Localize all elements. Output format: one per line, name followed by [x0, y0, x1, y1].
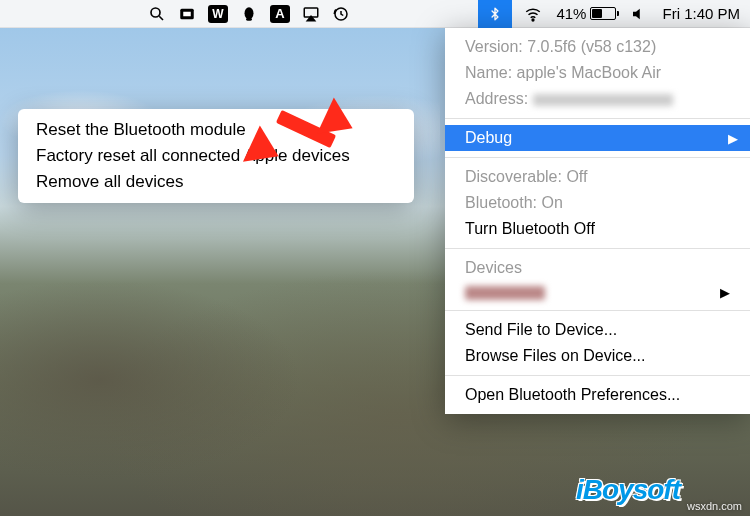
device-row[interactable]: ▶	[445, 281, 750, 304]
bt-name-row: Name: apple's MacBook Air	[445, 60, 750, 86]
factory-reset-devices[interactable]: Factory reset all connected Apple device…	[18, 143, 414, 169]
device-chevron-icon: ▶	[720, 285, 730, 300]
device-name-redacted	[465, 286, 545, 300]
discoverable-row: Discoverable: Off	[445, 164, 750, 190]
separator	[445, 157, 750, 158]
menubar-right: 41% Fri 1:40 PM	[480, 0, 742, 28]
watermark-brand: iBoysoft	[576, 474, 680, 506]
svg-point-0	[151, 8, 160, 17]
menubar-clock[interactable]: Fri 1:40 PM	[662, 5, 740, 22]
debug-menu-item[interactable]: Debug ▶	[445, 125, 750, 151]
qq-icon[interactable]	[240, 5, 258, 23]
bluetooth-status-row: Bluetooth: On	[445, 190, 750, 216]
svg-rect-3	[183, 11, 191, 16]
wifi-icon[interactable]	[524, 5, 542, 23]
screenshot-icon[interactable]	[178, 5, 196, 23]
open-bluetooth-preferences[interactable]: Open Bluetooth Preferences...	[445, 382, 750, 408]
timemachine-icon[interactable]	[332, 5, 350, 23]
spotlight-icon[interactable]	[148, 5, 166, 23]
volume-icon[interactable]	[630, 5, 648, 23]
airplay-icon[interactable]	[302, 5, 320, 23]
submenu-chevron-icon: ▶	[728, 131, 738, 146]
devices-header: Devices	[445, 255, 750, 281]
watermark-site: wsxdn.com	[687, 500, 742, 512]
separator	[445, 310, 750, 311]
menubar-left-icons: W A	[148, 5, 350, 23]
bluetooth-menu-icon[interactable]	[478, 0, 512, 28]
svg-point-4	[245, 7, 254, 19]
bt-version-label: Version:	[465, 38, 523, 55]
bluetooth-dropdown: Version: 7.0.5f6 (v58 c132) Name: apple'…	[445, 28, 750, 414]
browse-files-on-device[interactable]: Browse Files on Device...	[445, 343, 750, 369]
bt-address-label: Address:	[465, 90, 528, 107]
battery-status[interactable]: 41%	[556, 5, 616, 22]
turn-bluetooth-off[interactable]: Turn Bluetooth Off	[445, 216, 750, 242]
remove-all-devices[interactable]: Remove all devices	[18, 169, 414, 195]
bt-version-value: 7.0.5f6 (v58 c132)	[527, 38, 656, 55]
battery-percent: 41%	[556, 5, 586, 22]
wps-icon[interactable]: W	[208, 5, 228, 23]
svg-point-9	[533, 19, 535, 21]
send-file-to-device[interactable]: Send File to Device...	[445, 317, 750, 343]
app-a-icon[interactable]: A	[270, 5, 290, 23]
separator	[445, 375, 750, 376]
separator	[445, 248, 750, 249]
menubar: W A 41% Fri 1:40 PM	[0, 0, 750, 28]
annotation-arrow	[268, 102, 348, 152]
bt-address-row: Address:	[445, 86, 750, 112]
bt-name-label: Name:	[465, 64, 512, 81]
debug-label: Debug	[465, 129, 512, 147]
svg-point-5	[246, 17, 252, 20]
svg-line-1	[159, 16, 163, 20]
battery-icon	[590, 7, 616, 20]
bt-name-value: apple's MacBook Air	[517, 64, 661, 81]
separator	[445, 118, 750, 119]
bt-address-redacted	[533, 94, 673, 106]
bt-version-row: Version: 7.0.5f6 (v58 c132)	[445, 34, 750, 60]
